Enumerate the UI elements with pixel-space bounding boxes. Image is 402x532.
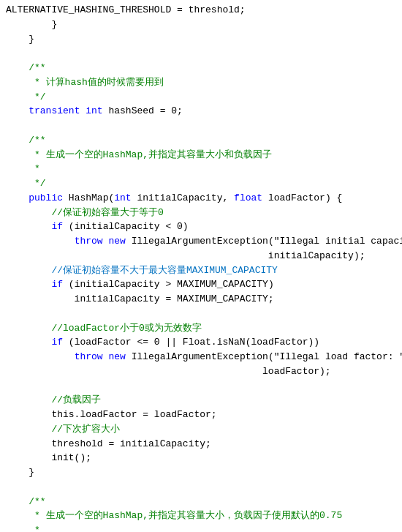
code-line: init(); bbox=[0, 451, 402, 465]
code-line: * bbox=[0, 523, 402, 532]
code-line bbox=[0, 307, 402, 321]
code-line: * 生成一个空的HashMap,并指定其容量大小，负载因子使用默认的0.75 bbox=[0, 509, 402, 523]
code-line: if (initialCapacity < 0) bbox=[0, 220, 402, 234]
code-line: * 计算hash值的时候需要用到 bbox=[0, 75, 402, 90]
code-line: throw new IllegalArgumentException("Ille… bbox=[0, 350, 402, 364]
code-line bbox=[0, 119, 402, 133]
code-line: */ bbox=[0, 176, 402, 191]
code-line: threshold = initialCapacity; bbox=[0, 437, 402, 452]
code-editor: ALTERNATIVE_HASHING_THRESHOLD = threshol… bbox=[0, 0, 402, 532]
code-line: if (initialCapacity > MAXIMUM_CAPACITY) bbox=[0, 277, 402, 292]
code-line: /** bbox=[0, 495, 402, 509]
code-content: ALTERNATIVE_HASHING_THRESHOLD = threshol… bbox=[0, 3, 402, 532]
code-line: if (loadFactor <= 0 || Float.isNaN(loadF… bbox=[0, 335, 402, 350]
code-line: //loadFactor小于0或为无效数字 bbox=[0, 321, 402, 336]
code-line bbox=[0, 379, 402, 394]
code-line: //保证初始容量不大于最大容量MAXIMUM_CAPACITY bbox=[0, 263, 402, 278]
code-line: } bbox=[0, 465, 402, 480]
code-line: //保证初始容量大于等于0 bbox=[0, 206, 402, 220]
code-line: * 生成一个空的HashMap,并指定其容量大小和负载因子 bbox=[0, 148, 402, 162]
code-line: * bbox=[0, 162, 402, 176]
code-line: */ bbox=[0, 90, 402, 105]
code-line: //负载因子 bbox=[0, 393, 402, 408]
code-line: //下次扩容大小 bbox=[0, 422, 402, 437]
code-line: ALTERNATIVE_HASHING_THRESHOLD = threshol… bbox=[0, 3, 402, 18]
code-line: /** bbox=[0, 133, 402, 148]
code-line: throw new IllegalArgumentException("Ille… bbox=[0, 234, 402, 249]
code-line: } bbox=[0, 18, 402, 32]
code-line: transient int hashSeed = 0; bbox=[0, 104, 402, 119]
code-line bbox=[0, 480, 402, 495]
code-line: } bbox=[0, 32, 402, 47]
code-line: this.loadFactor = loadFactor; bbox=[0, 408, 402, 422]
code-line: initialCapacity = MAXIMUM_CAPACITY; bbox=[0, 292, 402, 307]
code-line: loadFactor); bbox=[0, 364, 402, 379]
code-line: initialCapacity); bbox=[0, 249, 402, 263]
code-line bbox=[0, 46, 402, 61]
code-line: public HashMap(int initialCapacity, floa… bbox=[0, 191, 402, 206]
code-line: /** bbox=[0, 61, 402, 75]
